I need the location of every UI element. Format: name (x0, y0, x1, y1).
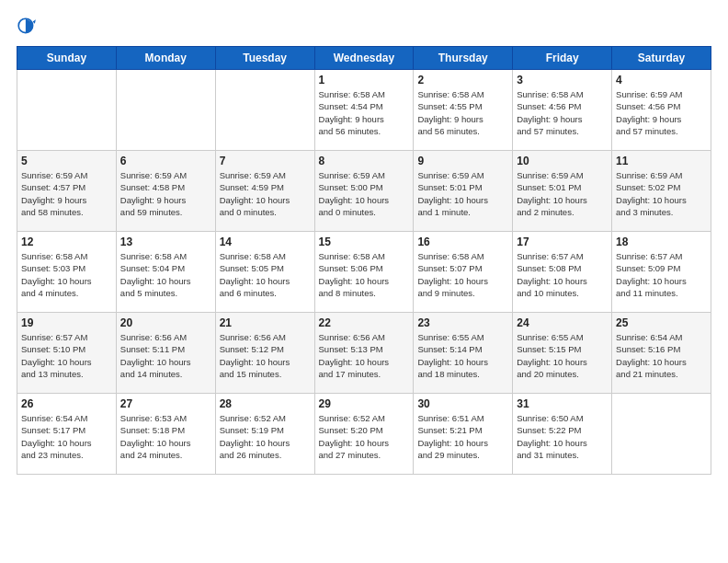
day-info: Sunrise: 6:58 AM Sunset: 5:06 PM Dayligh… (319, 250, 410, 299)
day-info: Sunrise: 6:56 AM Sunset: 5:12 PM Dayligh… (220, 331, 311, 380)
calendar-cell: 29Sunrise: 6:52 AM Sunset: 5:20 PM Dayli… (314, 394, 414, 475)
calendar-cell: 5Sunrise: 6:59 AM Sunset: 4:57 PM Daylig… (17, 151, 117, 232)
day-info: Sunrise: 6:57 AM Sunset: 5:10 PM Dayligh… (21, 331, 112, 380)
day-info: Sunrise: 6:56 AM Sunset: 5:13 PM Dayligh… (319, 331, 410, 380)
day-info: Sunrise: 6:52 AM Sunset: 5:20 PM Dayligh… (319, 412, 410, 461)
day-info: Sunrise: 6:58 AM Sunset: 5:05 PM Dayligh… (220, 250, 311, 299)
day-number: 16 (417, 236, 508, 248)
header (17, 17, 711, 37)
day-number: 18 (616, 236, 707, 248)
day-info: Sunrise: 6:58 AM Sunset: 5:07 PM Dayligh… (417, 250, 508, 299)
calendar-cell: 16Sunrise: 6:58 AM Sunset: 5:07 PM Dayli… (414, 232, 513, 313)
day-info: Sunrise: 6:59 AM Sunset: 5:02 PM Dayligh… (616, 169, 707, 218)
calendar-week-row: 12Sunrise: 6:58 AM Sunset: 5:03 PM Dayli… (17, 232, 711, 313)
day-info: Sunrise: 6:59 AM Sunset: 5:01 PM Dayligh… (517, 169, 608, 218)
day-number: 8 (319, 155, 410, 167)
day-info: Sunrise: 6:55 AM Sunset: 5:14 PM Dayligh… (417, 331, 508, 380)
calendar-cell (612, 394, 711, 475)
day-number: 11 (616, 155, 707, 167)
calendar-cell (17, 70, 117, 151)
calendar-week-row: 26Sunrise: 6:54 AM Sunset: 5:17 PM Dayli… (17, 394, 711, 475)
calendar-cell: 22Sunrise: 6:56 AM Sunset: 5:13 PM Dayli… (314, 313, 414, 394)
calendar-week-row: 1Sunrise: 6:58 AM Sunset: 4:54 PM Daylig… (17, 70, 711, 151)
weekday-header: Saturday (612, 47, 711, 70)
day-info: Sunrise: 6:56 AM Sunset: 5:11 PM Dayligh… (120, 331, 211, 380)
day-number: 2 (417, 74, 508, 86)
day-info: Sunrise: 6:59 AM Sunset: 4:56 PM Dayligh… (616, 88, 707, 137)
day-info: Sunrise: 6:53 AM Sunset: 5:18 PM Dayligh… (120, 412, 211, 461)
calendar-cell: 14Sunrise: 6:58 AM Sunset: 5:05 PM Dayli… (215, 232, 314, 313)
weekday-header: Thursday (414, 47, 513, 70)
calendar-cell: 11Sunrise: 6:59 AM Sunset: 5:02 PM Dayli… (612, 151, 711, 232)
day-number: 19 (21, 316, 112, 329)
calendar-table: SundayMondayTuesdayWednesdayThursdayFrid… (17, 46, 711, 475)
calendar-cell: 13Sunrise: 6:58 AM Sunset: 5:04 PM Dayli… (116, 232, 215, 313)
calendar-cell: 10Sunrise: 6:59 AM Sunset: 5:01 PM Dayli… (513, 151, 612, 232)
calendar-cell: 12Sunrise: 6:58 AM Sunset: 5:03 PM Dayli… (17, 232, 117, 313)
day-number: 17 (517, 236, 608, 248)
weekday-header: Friday (513, 47, 612, 70)
day-number: 31 (517, 397, 608, 410)
weekday-row: SundayMondayTuesdayWednesdayThursdayFrid… (17, 47, 711, 70)
calendar-cell: 24Sunrise: 6:55 AM Sunset: 5:15 PM Dayli… (513, 313, 612, 394)
day-info: Sunrise: 6:57 AM Sunset: 5:08 PM Dayligh… (517, 250, 608, 299)
day-info: Sunrise: 6:59 AM Sunset: 4:57 PM Dayligh… (21, 169, 112, 218)
day-info: Sunrise: 6:55 AM Sunset: 5:15 PM Dayligh… (517, 331, 608, 380)
calendar-cell (116, 70, 215, 151)
calendar-cell: 8Sunrise: 6:59 AM Sunset: 5:00 PM Daylig… (314, 151, 414, 232)
day-number: 12 (21, 236, 112, 248)
calendar-cell: 28Sunrise: 6:52 AM Sunset: 5:19 PM Dayli… (215, 394, 314, 475)
calendar-cell: 25Sunrise: 6:54 AM Sunset: 5:16 PM Dayli… (612, 313, 711, 394)
calendar-cell (215, 70, 314, 151)
logo (17, 17, 40, 37)
page: SundayMondayTuesdayWednesdayThursdayFrid… (0, 0, 728, 563)
day-number: 26 (21, 397, 112, 410)
day-number: 21 (220, 316, 311, 329)
calendar-header: SundayMondayTuesdayWednesdayThursdayFrid… (17, 47, 711, 70)
calendar-cell: 26Sunrise: 6:54 AM Sunset: 5:17 PM Dayli… (17, 394, 117, 475)
calendar-cell: 15Sunrise: 6:58 AM Sunset: 5:06 PM Dayli… (314, 232, 414, 313)
day-number: 10 (517, 155, 608, 167)
day-number: 20 (120, 316, 211, 329)
day-number: 7 (220, 155, 311, 167)
calendar-cell: 30Sunrise: 6:51 AM Sunset: 5:21 PM Dayli… (414, 394, 513, 475)
weekday-header: Monday (116, 47, 215, 70)
day-info: Sunrise: 6:58 AM Sunset: 4:54 PM Dayligh… (319, 88, 410, 137)
day-number: 27 (120, 397, 211, 410)
day-info: Sunrise: 6:58 AM Sunset: 4:55 PM Dayligh… (417, 88, 508, 137)
weekday-header: Tuesday (215, 47, 314, 70)
day-number: 22 (319, 316, 410, 329)
day-info: Sunrise: 6:58 AM Sunset: 5:03 PM Dayligh… (21, 250, 112, 299)
calendar-cell: 20Sunrise: 6:56 AM Sunset: 5:11 PM Dayli… (116, 313, 215, 394)
day-number: 4 (616, 74, 707, 86)
day-number: 5 (21, 155, 112, 167)
calendar-week-row: 5Sunrise: 6:59 AM Sunset: 4:57 PM Daylig… (17, 151, 711, 232)
day-number: 29 (319, 397, 410, 410)
day-info: Sunrise: 6:58 AM Sunset: 5:04 PM Dayligh… (120, 250, 211, 299)
day-info: Sunrise: 6:59 AM Sunset: 4:59 PM Dayligh… (220, 169, 311, 218)
calendar-cell: 3Sunrise: 6:58 AM Sunset: 4:56 PM Daylig… (513, 70, 612, 151)
weekday-header: Wednesday (314, 47, 414, 70)
day-number: 23 (417, 316, 508, 329)
day-number: 14 (220, 236, 311, 248)
day-info: Sunrise: 6:51 AM Sunset: 5:21 PM Dayligh… (417, 412, 508, 461)
day-number: 6 (120, 155, 211, 167)
day-number: 13 (120, 236, 211, 248)
calendar-cell: 19Sunrise: 6:57 AM Sunset: 5:10 PM Dayli… (17, 313, 117, 394)
day-info: Sunrise: 6:57 AM Sunset: 5:09 PM Dayligh… (616, 250, 707, 299)
day-number: 28 (220, 397, 311, 410)
day-number: 15 (319, 236, 410, 248)
calendar-cell: 17Sunrise: 6:57 AM Sunset: 5:08 PM Dayli… (513, 232, 612, 313)
calendar-cell: 6Sunrise: 6:59 AM Sunset: 4:58 PM Daylig… (116, 151, 215, 232)
calendar-cell: 4Sunrise: 6:59 AM Sunset: 4:56 PM Daylig… (612, 70, 711, 151)
calendar-cell: 27Sunrise: 6:53 AM Sunset: 5:18 PM Dayli… (116, 394, 215, 475)
day-info: Sunrise: 6:59 AM Sunset: 4:58 PM Dayligh… (120, 169, 211, 218)
logo-icon (17, 17, 37, 37)
calendar-week-row: 19Sunrise: 6:57 AM Sunset: 5:10 PM Dayli… (17, 313, 711, 394)
calendar-cell: 18Sunrise: 6:57 AM Sunset: 5:09 PM Dayli… (612, 232, 711, 313)
day-number: 25 (616, 316, 707, 329)
calendar-cell: 7Sunrise: 6:59 AM Sunset: 4:59 PM Daylig… (215, 151, 314, 232)
day-number: 9 (417, 155, 508, 167)
day-info: Sunrise: 6:54 AM Sunset: 5:16 PM Dayligh… (616, 331, 707, 380)
day-number: 3 (517, 74, 608, 86)
